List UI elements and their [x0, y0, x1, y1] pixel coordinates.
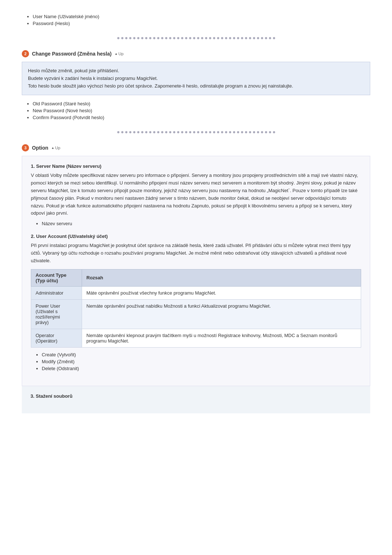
server-name-bullet-list: Název serveru [31, 221, 361, 226]
account-type-admin: Administrator [31, 286, 82, 299]
login-section: User Name (Uživatelské jméno) Password (… [22, 14, 370, 26]
bullet-new-password: New Password (Nové heslo) [33, 108, 370, 113]
section3-up-arrow-icon: ▲ [51, 146, 54, 150]
change-password-info-box: Heslo můžete změnit, pokud jste přihláše… [22, 62, 370, 95]
user-account-title: 2. User Account (Uživatelský účet) [31, 234, 361, 239]
file-download-item: 3. Stažení souborů [30, 393, 362, 399]
account-type-table: Account Type(Typ účtu) Rozsah Administra… [31, 269, 361, 348]
section3-up-link[interactable]: ▲ Up [51, 146, 60, 150]
dot-divider-2 [22, 131, 370, 133]
section3-header: 3 Option ▲ Up [22, 144, 370, 151]
bullet-old-password: Old Password (Staré heslo) [33, 101, 370, 106]
table-row-power: Power User(Uživatel srozšířenýmiprávy) N… [31, 299, 361, 329]
bullet-delete: Delete (Odstranit) [42, 366, 361, 371]
change-password-section: 2 Change Password (Změna hesla) ▲ Up Hes… [22, 50, 370, 120]
table-row-operator: Operator(Operátor) Nemáte oprávnění klep… [31, 329, 361, 347]
server-name-body: V oblasti Volby můžete specifikovat náze… [31, 172, 361, 217]
up-link-label: Up [118, 52, 123, 56]
account-desc-admin: Máte oprávnění používat všechny funkce p… [82, 286, 361, 299]
bullet-password: Password (Heslo) [33, 21, 370, 26]
bullet-confirm-password: Confirm Password (Potvrdit heslo) [33, 115, 370, 120]
user-account-body: Při první instalaci programu MagicNet je… [31, 242, 361, 264]
section2-header: 2 Change Password (Změna hesla) ▲ Up [22, 50, 370, 57]
bullet-modify: Modify (Změnit) [42, 359, 361, 364]
user-account-item: 2. User Account (Uživatelský účet) Při p… [31, 234, 361, 371]
file-download-title: 3. Stažení souborů [30, 393, 362, 399]
option-content-box: 1. Server Name (Název serveru) V oblasti… [22, 156, 370, 386]
server-name-title: 1. Server Name (Název serveru) [31, 163, 361, 169]
server-name-item: 1. Server Name (Název serveru) V oblasti… [31, 163, 361, 226]
change-password-info-text: Heslo můžete změnit, pokud jste přihláše… [28, 68, 293, 89]
account-desc-operator: Nemáte oprávnění klepnout pravým tlačítk… [82, 329, 361, 347]
section2-up-link[interactable]: ▲ Up [114, 52, 123, 56]
login-bullet-list: User Name (Uživatelské jméno) Password (… [22, 14, 370, 26]
col-account-type: Account Type(Typ účtu) [31, 269, 82, 286]
change-password-bullet-list: Old Password (Staré heslo) New Password … [22, 101, 370, 120]
section2-title: Change Password (Změna hesla) [32, 51, 111, 57]
option-section: 3 Option ▲ Up 1. Server Name (Název serv… [22, 144, 370, 413]
account-type-power: Power User(Uživatel srozšířenýmiprávy) [31, 299, 82, 329]
section3-title: Option [32, 145, 48, 151]
account-desc-power: Nemáte oprávnění používat nabídku Možnos… [82, 299, 361, 329]
dot-divider-1 [22, 37, 370, 39]
account-type-operator: Operator(Operátor) [31, 329, 82, 347]
bullet-username: User Name (Uživatelské jméno) [33, 14, 370, 19]
up-arrow-icon: ▲ [114, 52, 118, 56]
bullet-create: Create (Vytvořit) [42, 352, 361, 357]
section3-up-link-label: Up [55, 146, 60, 150]
table-row-admin: Administrator Máte oprávnění používat vš… [31, 286, 361, 299]
bullet-server-name: Název serveru [42, 221, 361, 226]
section2-badge: 2 [22, 50, 29, 57]
page-container: User Name (Uživatelské jméno) Password (… [0, 0, 392, 555]
section3-badge: 3 [22, 144, 29, 151]
col-rozsah: Rozsah [82, 269, 361, 286]
user-account-bullet-list: Create (Vytvořit) Modify (Změnit) Delete… [31, 352, 361, 371]
section3-bottom-area: 3. Stažení souborů [22, 386, 370, 413]
